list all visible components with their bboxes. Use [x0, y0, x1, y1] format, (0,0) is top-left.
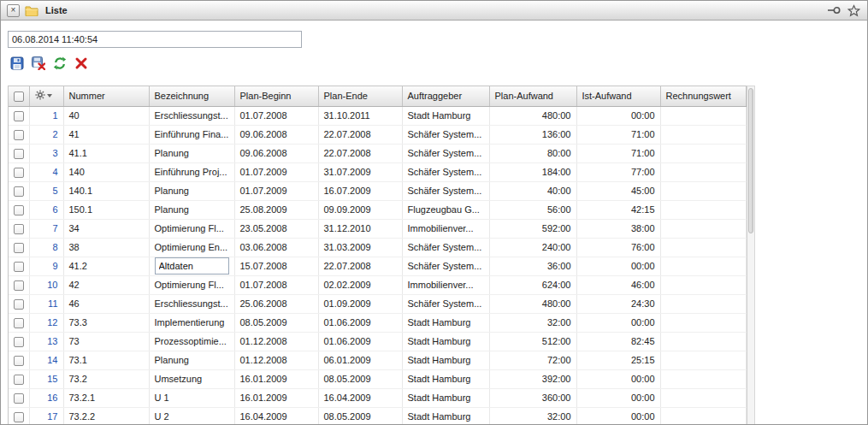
row-checkbox[interactable] — [14, 205, 24, 215]
cell-auftraggeber[interactable]: Flugzeugbau G... — [402, 200, 489, 219]
row-checkbox-cell[interactable] — [9, 162, 29, 181]
cell-bezeichnung[interactable]: Umsetzung — [149, 369, 234, 388]
row-checkbox[interactable] — [14, 243, 24, 253]
cell-plan_ende[interactable]: 22.07.2008 — [318, 125, 402, 144]
cell-auftraggeber[interactable]: Schäfer System... — [402, 257, 489, 275]
cell-plan_ende[interactable]: 31.03.2009 — [318, 238, 402, 257]
cell-auftraggeber[interactable]: Stadt Hamburg — [402, 332, 489, 351]
cell-plan_ende[interactable]: 01.06.2009 — [318, 313, 402, 332]
column-header-plan_ende[interactable]: Plan-Ende — [318, 86, 402, 106]
cell-plan_beginn[interactable]: 23.05.2008 — [234, 219, 318, 238]
cell-ist_aufwand[interactable]: 00:00 — [576, 257, 660, 275]
row-checkbox[interactable] — [14, 393, 24, 404]
row-checkbox[interactable] — [14, 375, 24, 385]
cell-plan_aufwand[interactable]: 512:00 — [489, 332, 576, 351]
cell-bezeichnung[interactable]: Implementierung — [149, 313, 234, 332]
column-header-bezeichnung[interactable]: Bezeichnung — [149, 86, 234, 106]
cell-nummer[interactable]: 150.1 — [63, 200, 149, 219]
cell-bezeichnung[interactable]: Prozessoptimie... — [149, 332, 234, 351]
cell-auftraggeber[interactable]: Schäfer System... — [402, 294, 489, 313]
row-number[interactable]: 17 — [29, 407, 63, 425]
cell-plan_beginn[interactable]: 09.06.2008 — [234, 144, 318, 162]
cell-rechnungswert[interactable] — [660, 351, 746, 369]
row-number[interactable]: 16 — [29, 388, 63, 407]
cell-plan_aufwand[interactable]: 136:00 — [489, 125, 576, 144]
cell-rechnungswert[interactable] — [660, 238, 746, 257]
cell-bezeichnung[interactable]: Optimierung Fl... — [149, 275, 234, 294]
cell-ist_aufwand[interactable]: 38:00 — [576, 219, 660, 238]
cell-ist_aufwand[interactable]: 82:45 — [576, 332, 660, 351]
row-checkbox-cell[interactable] — [9, 351, 29, 369]
row-number[interactable]: 8 — [29, 238, 63, 257]
column-header-rechnungswert[interactable]: Rechnungswert — [660, 86, 746, 106]
cell-plan_ende[interactable]: 01.09.2009 — [318, 294, 402, 313]
cell-rechnungswert[interactable] — [660, 144, 746, 162]
cell-rechnungswert[interactable] — [660, 407, 746, 425]
cell-plan_ende[interactable]: 06.01.2009 — [318, 351, 402, 369]
row-checkbox[interactable] — [14, 111, 24, 121]
cell-plan_ende[interactable]: 22.07.2008 — [318, 257, 402, 275]
row-checkbox[interactable] — [14, 224, 24, 234]
cell-bezeichnung[interactable] — [149, 257, 234, 275]
cell-auftraggeber[interactable]: Stadt Hamburg — [402, 369, 489, 388]
cell-plan_aufwand[interactable]: 72:00 — [489, 351, 576, 369]
cell-nummer[interactable]: 41.2 — [63, 257, 149, 275]
cell-plan_beginn[interactable]: 09.06.2008 — [234, 125, 318, 144]
cell-rechnungswert[interactable] — [660, 162, 746, 181]
cell-ist_aufwand[interactable]: 24:30 — [576, 294, 660, 313]
cell-plan_beginn[interactable]: 01.07.2008 — [234, 106, 318, 125]
cell-plan_beginn[interactable]: 15.07.2008 — [234, 257, 318, 275]
row-checkbox-cell[interactable] — [9, 238, 29, 257]
row-checkbox-cell[interactable] — [9, 369, 29, 388]
cell-nummer[interactable]: 73 — [63, 332, 149, 351]
cell-rechnungswert[interactable] — [660, 200, 746, 219]
cell-nummer[interactable]: 42 — [63, 275, 149, 294]
cell-bezeichnung[interactable]: Einführung Proj... — [149, 162, 234, 181]
cell-plan_aufwand[interactable]: 32:00 — [489, 313, 576, 332]
cell-ist_aufwand[interactable]: 77:00 — [576, 162, 660, 181]
cell-plan_aufwand[interactable]: 240:00 — [489, 238, 576, 257]
cell-plan_aufwand[interactable]: 36:00 — [489, 257, 576, 275]
table-row[interactable]: 1673.2.1U 116.01.200916.04.2009Stadt Ham… — [9, 388, 746, 407]
cell-plan_aufwand[interactable]: 40:00 — [489, 181, 576, 200]
chevron-down-icon[interactable] — [47, 94, 52, 97]
cell-bezeichnung[interactable]: Planung — [149, 200, 234, 219]
cell-rechnungswert[interactable] — [660, 219, 746, 238]
row-number[interactable]: 11 — [29, 294, 63, 313]
cell-auftraggeber[interactable]: Stadt Hamburg — [402, 351, 489, 369]
cell-nummer[interactable]: 46 — [63, 294, 149, 313]
cell-nummer[interactable]: 73.2.1 — [63, 388, 149, 407]
table-row[interactable]: 1773.2.2U 216.04.200908.05.2009Stadt Ham… — [9, 407, 746, 425]
cell-plan_ende[interactable]: 16.07.2009 — [318, 181, 402, 200]
cell-plan_ende[interactable]: 16.04.2009 — [318, 388, 402, 407]
cell-plan_beginn[interactable]: 01.12.2008 — [234, 332, 318, 351]
cell-plan_ende[interactable]: 31.10.2011 — [318, 106, 402, 125]
table-row[interactable]: 734Optimierung Fl...23.05.200831.12.2010… — [9, 219, 746, 238]
cell-plan_aufwand[interactable]: 184:00 — [489, 162, 576, 181]
row-checkbox-cell[interactable] — [9, 181, 29, 200]
cell-ist_aufwand[interactable]: 46:00 — [576, 275, 660, 294]
cell-plan_beginn[interactable]: 01.07.2009 — [234, 181, 318, 200]
cell-plan_ende[interactable]: 08.05.2009 — [318, 407, 402, 425]
row-number[interactable]: 6 — [29, 200, 63, 219]
cell-ist_aufwand[interactable]: 00:00 — [576, 388, 660, 407]
datetime-field[interactable] — [8, 31, 302, 48]
cell-plan_beginn[interactable]: 03.06.2008 — [234, 238, 318, 257]
cell-bezeichnung[interactable]: Erschliessungst... — [149, 106, 234, 125]
cell-rechnungswert[interactable] — [660, 106, 746, 125]
cell-plan_ende[interactable]: 02.02.2009 — [318, 275, 402, 294]
column-header-plan_beginn[interactable]: Plan-Beginn — [234, 86, 318, 106]
cell-auftraggeber[interactable]: Schäfer System... — [402, 144, 489, 162]
cell-ist_aufwand[interactable]: 00:00 — [576, 407, 660, 425]
cell-plan_beginn[interactable]: 25.08.2009 — [234, 200, 318, 219]
cell-plan_ende[interactable]: 08.05.2009 — [318, 369, 402, 388]
refresh-button[interactable] — [50, 55, 69, 74]
cell-nummer[interactable]: 40 — [63, 106, 149, 125]
cell-auftraggeber[interactable]: Immobilienver... — [402, 219, 489, 238]
column-header-auftraggeber[interactable]: Auftraggeber — [402, 86, 489, 106]
cell-bezeichnung[interactable]: Planung — [149, 144, 234, 162]
row-checkbox[interactable] — [14, 168, 24, 178]
row-number[interactable]: 10 — [29, 275, 63, 294]
cell-plan_aufwand[interactable]: 592:00 — [489, 219, 576, 238]
row-checkbox-cell[interactable] — [9, 388, 29, 407]
